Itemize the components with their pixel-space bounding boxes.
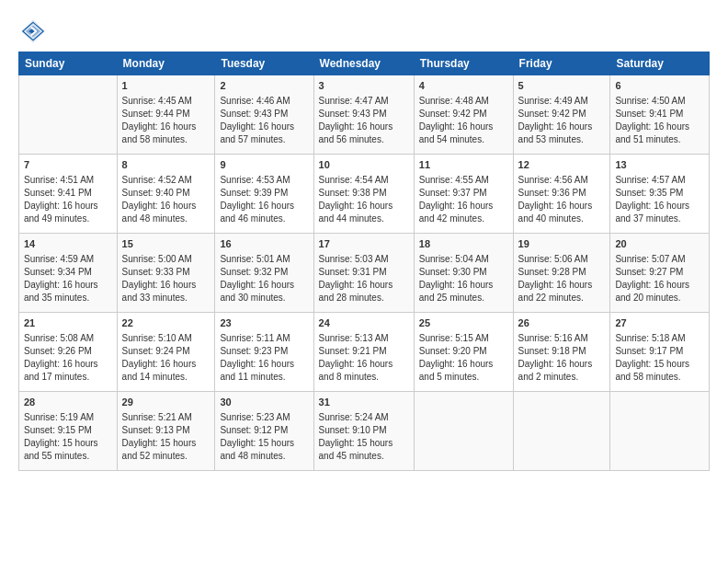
day-cell: 31Sunrise: 5:24 AMSunset: 9:10 PMDayligh…: [313, 392, 414, 471]
day-cell: 27Sunrise: 5:18 AMSunset: 9:17 PMDayligh…: [610, 313, 710, 392]
day-number: 2: [220, 79, 308, 93]
day-number: 30: [220, 396, 308, 409]
day-info: Daylight: 16 hours: [24, 358, 112, 371]
day-info: and 52 minutes.: [122, 450, 210, 463]
day-info: Sunset: 9:31 PM: [319, 266, 409, 279]
day-info: Sunrise: 4:56 AM: [518, 174, 606, 187]
day-number: 11: [419, 158, 508, 172]
day-cell: 13Sunrise: 4:57 AMSunset: 9:35 PMDayligh…: [610, 155, 710, 234]
day-info: and 57 minutes.: [220, 133, 308, 146]
day-info: Sunset: 9:42 PM: [518, 108, 606, 121]
day-info: and 46 minutes.: [220, 213, 308, 225]
day-number: 1: [122, 79, 210, 93]
day-cell: 28Sunrise: 5:19 AMSunset: 9:15 PMDayligh…: [19, 392, 118, 471]
day-info: Sunrise: 5:19 AM: [24, 411, 112, 424]
day-info: and 33 minutes.: [122, 292, 210, 304]
day-info: Daylight: 16 hours: [319, 121, 409, 133]
day-info: Daylight: 16 hours: [615, 200, 704, 213]
day-cell: 20Sunrise: 5:07 AMSunset: 9:27 PMDayligh…: [610, 234, 710, 313]
day-info: Sunset: 9:32 PM: [220, 266, 308, 279]
header: [18, 17, 710, 46]
day-info: Daylight: 16 hours: [220, 121, 308, 133]
day-cell: 26Sunrise: 5:16 AMSunset: 9:18 PMDayligh…: [513, 313, 610, 392]
day-info: Daylight: 15 hours: [220, 437, 308, 450]
day-info: Sunset: 9:42 PM: [419, 108, 508, 121]
day-info: Daylight: 16 hours: [419, 121, 508, 133]
day-cell: 29Sunrise: 5:21 AMSunset: 9:13 PMDayligh…: [117, 392, 215, 471]
day-info: Daylight: 16 hours: [518, 358, 606, 371]
day-number: 7: [24, 158, 112, 172]
day-info: and 48 minutes.: [220, 450, 308, 463]
day-info: Daylight: 16 hours: [319, 358, 409, 371]
day-info: Sunset: 9:41 PM: [24, 187, 112, 200]
day-info: Sunrise: 4:52 AM: [122, 174, 210, 187]
header-cell-friday: Friday: [513, 52, 610, 75]
day-info: Sunrise: 5:06 AM: [518, 253, 606, 266]
day-info: Sunrise: 5:21 AM: [122, 411, 210, 424]
day-info: Daylight: 16 hours: [615, 279, 704, 292]
day-info: Sunset: 9:13 PM: [122, 424, 210, 437]
day-info: and 40 minutes.: [518, 213, 606, 225]
day-info: Daylight: 16 hours: [319, 200, 409, 213]
header-cell-tuesday: Tuesday: [215, 52, 313, 75]
day-info: Sunrise: 5:24 AM: [319, 411, 409, 424]
day-info: Sunrise: 4:50 AM: [615, 95, 704, 108]
day-info: Daylight: 15 hours: [319, 437, 409, 450]
header-cell-thursday: Thursday: [414, 52, 513, 75]
day-cell: 18Sunrise: 5:04 AMSunset: 9:30 PMDayligh…: [414, 234, 513, 313]
day-info: Sunrise: 5:13 AM: [319, 332, 409, 345]
day-cell: [414, 392, 513, 471]
day-info: Sunrise: 5:04 AM: [419, 253, 508, 266]
day-cell: 30Sunrise: 5:23 AMSunset: 9:12 PMDayligh…: [215, 392, 313, 471]
day-number: 6: [615, 79, 704, 93]
day-cell: 25Sunrise: 5:15 AMSunset: 9:20 PMDayligh…: [414, 313, 513, 392]
day-info: Daylight: 16 hours: [518, 121, 606, 133]
day-info: Sunrise: 4:59 AM: [24, 253, 112, 266]
day-number: 24: [319, 316, 409, 330]
day-info: Sunset: 9:21 PM: [319, 345, 409, 358]
week-row-3: 14Sunrise: 4:59 AMSunset: 9:34 PMDayligh…: [19, 234, 710, 313]
day-info: and 25 minutes.: [419, 292, 508, 304]
day-cell: 1Sunrise: 4:45 AMSunset: 9:44 PMDaylight…: [117, 75, 215, 155]
day-info: and 17 minutes.: [24, 371, 112, 384]
day-info: and 22 minutes.: [518, 292, 606, 304]
day-info: Daylight: 15 hours: [24, 437, 112, 450]
day-info: and 42 minutes.: [419, 213, 508, 225]
day-number: 31: [319, 396, 409, 409]
day-info: Daylight: 15 hours: [615, 358, 704, 371]
day-info: and 45 minutes.: [319, 450, 409, 463]
day-number: 4: [419, 79, 508, 93]
day-number: 16: [220, 237, 308, 251]
day-number: 22: [122, 316, 210, 330]
day-cell: 17Sunrise: 5:03 AMSunset: 9:31 PMDayligh…: [313, 234, 414, 313]
day-info: and 28 minutes.: [319, 292, 409, 304]
day-info: Sunrise: 5:16 AM: [518, 332, 606, 345]
day-cell: [513, 392, 610, 471]
day-info: Sunrise: 5:10 AM: [122, 332, 210, 345]
day-info: Sunset: 9:18 PM: [518, 345, 606, 358]
day-info: Daylight: 16 hours: [24, 279, 112, 292]
day-info: Sunset: 9:38 PM: [319, 187, 409, 200]
day-number: 12: [518, 158, 606, 172]
day-info: Sunrise: 4:55 AM: [419, 174, 508, 187]
day-cell: 16Sunrise: 5:01 AMSunset: 9:32 PMDayligh…: [215, 234, 313, 313]
day-info: Sunset: 9:44 PM: [122, 108, 210, 121]
day-cell: 5Sunrise: 4:49 AMSunset: 9:42 PMDaylight…: [513, 75, 610, 155]
day-info: and 58 minutes.: [615, 371, 704, 384]
day-cell: 4Sunrise: 4:48 AMSunset: 9:42 PMDaylight…: [414, 75, 513, 155]
day-info: Daylight: 15 hours: [122, 437, 210, 450]
header-row: SundayMondayTuesdayWednesdayThursdayFrid…: [19, 52, 710, 75]
day-info: and 53 minutes.: [518, 133, 606, 146]
day-info: Sunset: 9:23 PM: [220, 345, 308, 358]
day-info: and 56 minutes.: [319, 133, 409, 146]
day-info: Daylight: 16 hours: [122, 121, 210, 133]
day-info: Sunrise: 4:54 AM: [319, 174, 409, 187]
day-info: Sunrise: 5:08 AM: [24, 332, 112, 345]
day-info: and 35 minutes.: [24, 292, 112, 304]
day-info: and 49 minutes.: [24, 213, 112, 225]
day-cell: 22Sunrise: 5:10 AMSunset: 9:24 PMDayligh…: [117, 313, 215, 392]
day-info: Sunset: 9:28 PM: [518, 266, 606, 279]
day-info: and 51 minutes.: [615, 133, 704, 146]
day-number: 28: [24, 396, 112, 409]
day-cell: 9Sunrise: 4:53 AMSunset: 9:39 PMDaylight…: [215, 155, 313, 234]
